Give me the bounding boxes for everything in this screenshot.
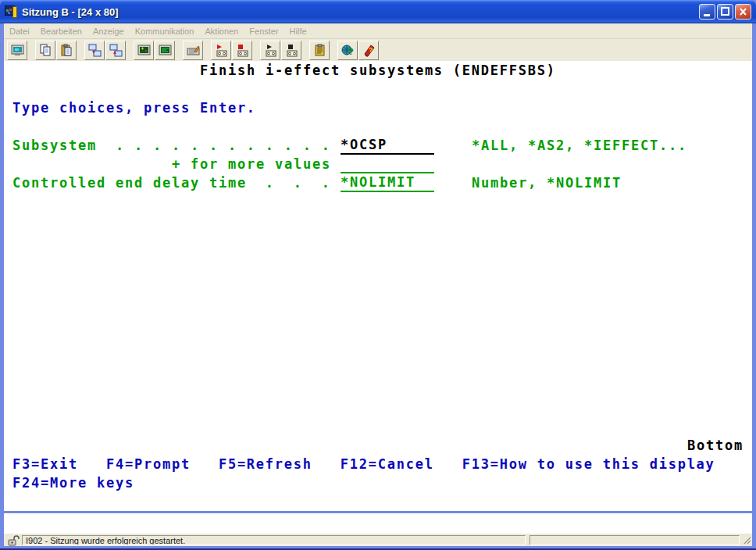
more-values-label: + for more values [172,155,331,173]
function-keys-line-1: F3=Exit F4=Prompt F5=Refresh F12=Cancel … [12,455,715,473]
receive-file-button[interactable] [105,41,126,60]
delay-time-label: Controlled end delay time . . . [12,173,331,192]
menu-bearbeiten[interactable]: Bearbeiten [35,25,87,38]
menu-datei[interactable]: Datei [4,25,35,38]
play-macro-button[interactable] [260,41,280,60]
display-colors-button[interactable] [134,41,154,60]
menu-anzeige[interactable]: Anzeige [87,25,130,38]
maximize-button[interactable] [717,4,733,20]
new-session-button[interactable] [7,41,27,60]
svg-text:?: ? [348,47,354,56]
client-area-gap [4,513,752,534]
titlebar: Sitzung B - [24 x 80] [0,0,756,23]
window-title: Sitzung B - [24 x 80] [22,6,699,18]
send-file-button[interactable] [84,41,105,60]
web-help-button[interactable]: ? [337,41,358,60]
copy-icon [39,44,52,57]
statusbar: I902 - Sitzung wurde erfolgreich gestart… [4,534,752,546]
minimize-icon [701,6,713,17]
unlocked-padlock-icon [7,534,20,546]
new-session-icon [11,44,24,57]
status-message: I902 - Sitzung wurde erfolgreich gestart… [22,535,526,545]
delay-time-hint: Number, *NOLIMIT [472,173,622,192]
toolbar: ? ? [4,39,752,61]
display-setup-icon [159,44,172,57]
clipboard-icon [313,44,326,57]
record-stop-icon [236,44,249,57]
display-setup-button[interactable] [155,41,175,60]
bottom-indicator: Bottom [687,436,744,455]
session-app-icon [5,5,17,18]
copy-button[interactable] [35,41,55,60]
close-button[interactable] [735,4,751,20]
menu-kommunikation[interactable]: Kommunikation [130,25,200,38]
subsystem-label: Subsystem . . . . . . . . . . . . [12,136,331,155]
keyboard-setup-icon [187,44,200,57]
status-aux-panel [530,535,740,545]
stop-macro-icon [285,44,298,57]
resize-grip[interactable] [741,534,752,545]
menu-fenster[interactable]: Fenster [244,25,284,38]
play-macro-icon [264,44,277,57]
display-colors-icon [137,44,151,57]
record-stop-button[interactable] [232,41,252,60]
svg-text:?: ? [369,46,373,54]
help-button[interactable]: ? [358,41,379,60]
instruction-line: Type choices, press Enter. [12,98,256,117]
application-window: Sitzung B - [24 x 80] Datei Bearbeiten A… [0,0,756,550]
close-icon [737,6,749,17]
keyboard-setup-button[interactable] [183,41,203,60]
stop-macro-button[interactable] [281,41,301,60]
screen-title: Finish i-effect subsystems (ENDEFFSBS) [200,61,556,80]
clipboard-button[interactable] [309,41,330,60]
subsystem-input[interactable]: *OCSP [341,137,434,155]
delay-time-input[interactable]: *NOLIMIT [341,174,434,192]
paste-icon [60,44,73,57]
terminal-screen[interactable]: Finish i-effect subsystems (ENDEFFSBS)Ty… [4,61,752,511]
receive-file-icon [109,44,123,57]
menu-hilfe[interactable]: Hilfe [284,25,312,38]
maximize-icon [719,6,731,17]
record-macro-icon [215,44,228,57]
function-keys-line-2: F24=More keys [12,473,134,492]
menubar: Datei Bearbeiten Anzeige Kommunikation A… [4,23,752,39]
send-file-icon [88,44,102,57]
record-macro-button[interactable] [211,41,231,60]
subsystem-hint: *ALL, *AS2, *IEFFECT... [472,136,687,155]
menu-aktionen[interactable]: Aktionen [200,25,244,38]
minimize-button[interactable] [699,4,715,20]
more-values-input[interactable] [341,155,434,173]
paste-button[interactable] [56,41,77,60]
web-help-icon: ? [341,44,355,57]
help-icon: ? [362,44,376,57]
